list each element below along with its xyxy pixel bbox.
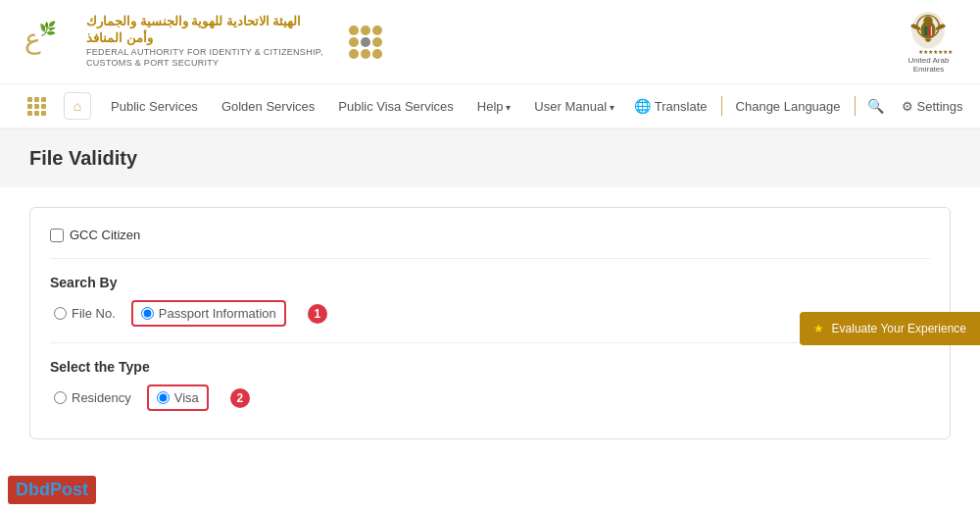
gcc-citizen-label[interactable]: GCC Citizen	[70, 228, 140, 242]
logo-symbol: ع 🌿	[20, 14, 69, 70]
search-icon[interactable]: 🔍	[859, 90, 892, 122]
residency-option[interactable]: Residency	[54, 390, 131, 405]
nav-left: ⌂ Public Services Golden Services Public…	[20, 87, 624, 126]
gcc-citizen-row: GCC Citizen	[50, 228, 930, 242]
svg-rect-8	[931, 26, 932, 35]
nav-public-visa-services[interactable]: Public Visa Services	[328, 87, 464, 126]
residency-radio[interactable]	[54, 391, 67, 404]
change-language-button[interactable]: Change Language	[726, 91, 851, 122]
logo-text: الهيئة الاتحادية للهوية والجنسية والجمار…	[86, 14, 331, 70]
nav-divider-2	[855, 96, 856, 116]
translate-icon: 🌐	[634, 98, 651, 114]
site-header: ع 🌿 الهيئة الاتحادية للهوية والجنسية وال…	[0, 0, 980, 84]
evaluate-experience-button[interactable]: ★ Evaluate Your Experience	[800, 312, 980, 345]
passport-info-label[interactable]: Passport Information	[159, 306, 276, 321]
nav-golden-services[interactable]: Golden Services	[212, 87, 324, 126]
nav-user-manual[interactable]: User Manual	[524, 87, 623, 126]
search-by-label: Search By	[50, 275, 930, 290]
page-title-bar: File Validity	[0, 129, 980, 187]
visa-highlighted: Visa	[147, 384, 209, 411]
translate-button[interactable]: 🌐 Translate	[624, 90, 717, 122]
gcc-citizen-checkbox[interactable]	[50, 229, 64, 242]
nav-public-services[interactable]: Public Services	[101, 87, 208, 126]
search-by-section: Search By File No. Passport Information …	[50, 275, 930, 327]
file-no-label[interactable]: File No.	[72, 306, 116, 321]
nav-divider-1	[721, 96, 722, 116]
home-icon[interactable]: ⌂	[64, 92, 91, 120]
logo-stars-icon	[343, 20, 387, 64]
grid-menu-icon[interactable]	[20, 89, 54, 124]
divider-1	[50, 258, 930, 259]
page-title: File Validity	[29, 147, 951, 170]
divider-2	[50, 342, 930, 343]
step-badge-1: 1	[308, 304, 327, 324]
visa-option[interactable]: Visa	[157, 390, 199, 405]
visa-label[interactable]: Visa	[174, 390, 199, 405]
watermark: DbdPost	[8, 476, 96, 504]
main-navbar: ⌂ Public Services Golden Services Public…	[0, 84, 980, 129]
svg-rect-7	[924, 26, 927, 35]
step-badge-2: 2	[230, 388, 250, 408]
header-logo-area: ع 🌿 الهيئة الاتحادية للهوية والجنسية وال…	[20, 14, 387, 70]
visa-radio[interactable]	[157, 391, 170, 404]
type-radio-row: Residency Visa 2	[50, 384, 930, 411]
nav-help[interactable]: Help	[467, 87, 521, 126]
settings-button[interactable]: ⚙ Settings	[894, 91, 971, 122]
svg-text:★★★★★★★: ★★★★★★★	[918, 49, 953, 55]
passport-info-radio[interactable]	[141, 307, 154, 320]
star-icon: ★	[813, 322, 824, 335]
select-type-section: Select the Type Residency Visa 2	[50, 359, 930, 411]
settings-icon: ⚙	[902, 99, 913, 114]
svg-text:🌿: 🌿	[39, 21, 57, 37]
residency-label[interactable]: Residency	[72, 390, 131, 405]
uae-emblem: ★★★★★★★ United Arab Emirates	[897, 10, 960, 74]
select-type-label: Select the Type	[50, 359, 930, 375]
passport-info-option[interactable]: Passport Information	[141, 306, 276, 321]
search-by-radio-row: File No. Passport Information 1	[50, 300, 930, 327]
file-no-radio[interactable]	[54, 307, 67, 320]
nav-right: 🌐 Translate Change Language 🔍 ⚙ Settings	[624, 90, 971, 122]
passport-info-highlighted: Passport Information	[131, 300, 286, 327]
file-no-option[interactable]: File No.	[54, 306, 116, 321]
svg-point-5	[923, 17, 932, 26]
